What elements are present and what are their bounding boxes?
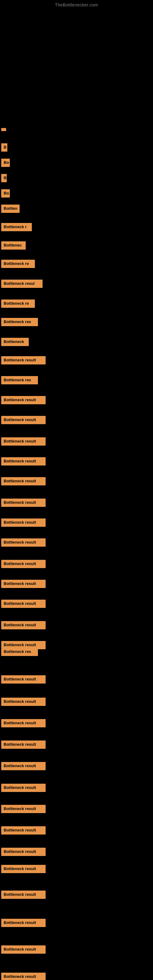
list-item: Bottleneck re bbox=[1, 299, 35, 308]
list-item: Bottleneck result bbox=[1, 848, 46, 856]
list-item: Bottleneck bbox=[1, 338, 29, 346]
list-item: Bottleneck result bbox=[1, 945, 46, 954]
list-item: Bottleneck result bbox=[1, 762, 46, 770]
list-item: Bottleneck result bbox=[1, 356, 46, 364]
list-item: Bottleneck result bbox=[1, 784, 46, 792]
list-item: Bottleneck result bbox=[1, 416, 46, 424]
list-item: Bottleneck result bbox=[1, 438, 46, 445]
list-item: Bottleneck result bbox=[1, 805, 46, 813]
list-item: Bottleneck result bbox=[1, 865, 46, 873]
list-item: Bottleneck result bbox=[1, 698, 46, 706]
list-item: Bottlenec bbox=[1, 241, 26, 250]
list-item: Bottleneck resul bbox=[1, 280, 43, 288]
list-item: Bottleneck result bbox=[1, 600, 46, 608]
list-item: Bottleneck result bbox=[1, 580, 46, 588]
list-item: Bottleneck result bbox=[1, 919, 46, 927]
list-item: Bottleneck res bbox=[1, 376, 38, 384]
list-item: Bottleneck result bbox=[1, 519, 46, 527]
list-item: Bo bbox=[1, 159, 10, 167]
list-item bbox=[1, 128, 6, 131]
list-item: Bottleneck result bbox=[1, 826, 46, 835]
site-title: TheBottlenecker.com bbox=[0, 0, 153, 9]
list-item: Bottleneck result bbox=[1, 538, 46, 547]
list-item: Bottleneck result bbox=[1, 891, 46, 899]
list-item: Bottleneck result bbox=[1, 396, 46, 404]
list-item: Bottleneck result bbox=[1, 675, 46, 684]
list-item: Bottlen bbox=[1, 205, 19, 213]
list-item: Bottleneck result bbox=[1, 973, 46, 980]
items-container: BBoBBoBottlenBottleneck rBottlenecBottle… bbox=[0, 9, 153, 976]
list-item: Bottleneck result bbox=[1, 477, 46, 485]
list-item: Bottleneck result bbox=[1, 740, 46, 749]
list-item: Bottleneck re bbox=[1, 260, 35, 268]
list-item: Bottleneck res bbox=[1, 648, 38, 656]
list-item: Bo bbox=[1, 189, 10, 197]
list-item: B bbox=[1, 174, 7, 182]
list-item: Bottleneck result bbox=[1, 621, 46, 629]
list-item: B bbox=[1, 143, 7, 151]
list-item: Bottleneck r bbox=[1, 223, 32, 231]
list-item: Bottleneck result bbox=[1, 560, 46, 568]
list-item: Bottleneck result bbox=[1, 499, 46, 507]
list-item: Bottleneck result bbox=[1, 719, 46, 727]
list-item: Bottleneck result bbox=[1, 457, 46, 466]
list-item: Bottleneck res bbox=[1, 318, 38, 326]
